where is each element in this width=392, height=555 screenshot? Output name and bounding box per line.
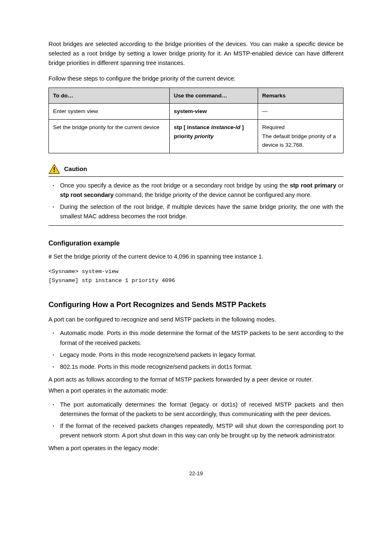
cell-cmd: system-view (169, 104, 258, 120)
table-header-row: To do… Use the command… Remarks (49, 88, 344, 104)
table-caption: Follow these steps to configure the brid… (48, 74, 344, 83)
cell-cmd: stp [ instance instance-id ] priority pr… (169, 119, 258, 153)
cmd-arg: priority (194, 133, 214, 139)
caution-list: Once you specify a device as the root br… (48, 181, 344, 222)
list-item: The port automatically determines the fo… (60, 400, 344, 419)
page-content: Root bridges are selected according to t… (0, 0, 392, 503)
remark-line: Required (262, 123, 339, 132)
caution-rule (48, 176, 344, 177)
list-item: 802.1s mode. Ports in this mode recogniz… (60, 362, 344, 372)
svg-rect-1 (54, 167, 55, 170)
caution-title: Caution (64, 164, 87, 174)
modes-list: Automatic mode. Ports in this mode deter… (48, 328, 344, 372)
text-run: Once you specify a device as the root br… (60, 182, 290, 189)
cmd-token: stp (174, 124, 184, 130)
caution-rule-bottom (48, 225, 344, 226)
list-item: Automatic mode. Ports in this mode deter… (60, 328, 344, 347)
caution-callout: Caution Once you specify a device as the… (48, 164, 344, 226)
modes-intro: A port can be configured to recognize an… (48, 315, 344, 324)
cell-step: Set the bridge priority for the current … (49, 119, 170, 153)
text-run: or (336, 182, 344, 189)
table-row: Set the bridge priority for the current … (49, 119, 344, 153)
cmd-token: priority (174, 133, 194, 139)
table-row: Enter system view system-view — (49, 104, 344, 120)
cell-remark: Required The default bridge priority of … (258, 119, 344, 153)
cell-remark: — (258, 104, 344, 120)
list-item: If the format of the received packets ch… (60, 421, 344, 440)
cmd-inline: stp root primary (290, 182, 336, 189)
auto-mode-label: When a port operates in the automatic mo… (48, 386, 344, 395)
caution-icon (48, 164, 60, 174)
intro-paragraph: Root bridges are selected according to t… (48, 39, 344, 68)
cmd-token: [ (184, 124, 187, 130)
list-item: Once you specify a device as the root br… (60, 181, 344, 200)
cell-step: Enter system view (49, 104, 170, 120)
th-remarks: Remarks (258, 88, 344, 104)
legacy-mode-label: When a port operates in the legacy mode: (48, 444, 344, 453)
cmd-token: instance (187, 124, 211, 130)
page-number: 22-19 (48, 469, 344, 478)
cmd-inline: stp root secondary (60, 192, 114, 198)
svg-rect-2 (54, 171, 55, 172)
caution-header: Caution (48, 164, 344, 174)
th-command: Use the command… (169, 88, 258, 104)
th-todo: To do… (49, 88, 170, 104)
text-run: command, the bridge priority of the devi… (114, 192, 312, 198)
cli-block: <Sysname> system-view [Sysname] stp inst… (48, 267, 344, 285)
config-example-desc: # Set the bridge priority of the current… (48, 252, 344, 261)
section-heading: Configuring How a Port Recognizes and Se… (48, 299, 344, 311)
acts-paragraph: A port acts as follows according to the … (48, 375, 344, 384)
auto-mode-list: The port automatically determines the fo… (48, 400, 344, 441)
cmd-token: ] (242, 124, 244, 130)
remark-line: The default bridge priority of a device … (262, 132, 339, 150)
cmd-arg: instance-id (211, 124, 242, 130)
config-example-heading: Configuration example (48, 238, 344, 249)
config-steps-table: To do… Use the command… Remarks Enter sy… (48, 88, 344, 153)
list-item: During the selection of the root bridge,… (60, 202, 344, 221)
list-item: Legacy mode. Ports in this mode recogniz… (60, 350, 344, 360)
